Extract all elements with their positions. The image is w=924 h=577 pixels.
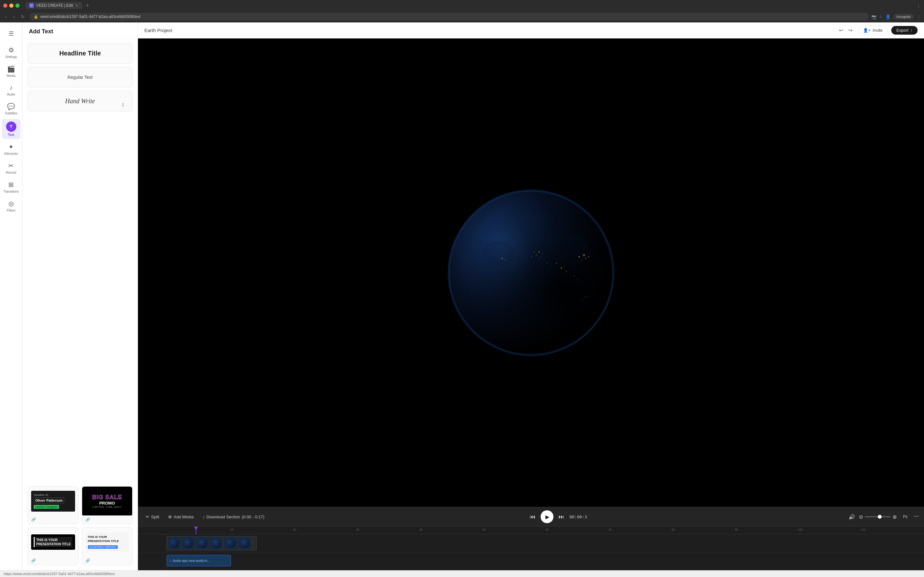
record-icon: ✂ (8, 162, 14, 169)
zoom-slider[interactable] (865, 516, 891, 517)
download-section-button[interactable]: ↓ Download Section (0:00 - 0:17) (200, 513, 267, 521)
back-button[interactable]: ‹ (3, 13, 9, 20)
sidebar-item-elements[interactable]: ✦ Elements (2, 140, 21, 158)
add-media-icon: ⊕ (168, 514, 172, 519)
handwrite-card[interactable]: Hand Write ↕ (27, 91, 132, 111)
earth-thumbnail-4 (212, 538, 221, 548)
audio-clip-label: Audio epic-new-world-m... (173, 559, 210, 562)
skip-forward-button[interactable]: ⏭ (557, 512, 565, 522)
subtitles-icon: 💬 (7, 103, 15, 110)
profile-button[interactable]: 👤 (885, 15, 891, 19)
timeline-controls: ✂ Split ⊕ Add Media ↓ Download Section (… (138, 507, 924, 527)
skip-back-button[interactable]: ⏮ (528, 512, 537, 522)
earth-thumbnail-1 (170, 538, 179, 548)
redo-button[interactable]: ↪ (846, 26, 855, 35)
incognito-button[interactable]: Incognito (893, 14, 914, 19)
sidebar-item-media[interactable]: 🎬 Media (2, 63, 21, 80)
invite-button[interactable]: 👤+ Invite (858, 26, 887, 35)
reload-button[interactable]: ↻ (19, 13, 27, 20)
cursor-icon: ↕ (121, 101, 124, 108)
ruler-mark-90: 90 (735, 528, 738, 531)
extension-button[interactable]: 📷 (871, 15, 877, 19)
icon-sidebar: ☰ ⚙ Settings 🎬 Media ♪ Audio 💬 Subtitles… (0, 23, 23, 570)
split-icon: ✂ (145, 514, 150, 519)
ruler-mark-50: 50 (482, 528, 485, 531)
address-bar[interactable]: 🔒 veed.io/edit/abcb1297-5a01-4d77-b2aa-a… (29, 13, 869, 21)
browser-menu-button[interactable]: ⋮ (917, 3, 921, 8)
export-icon: ↑ (911, 28, 913, 33)
audio-note-icon: ♪ (170, 559, 172, 562)
sidebar-item-audio[interactable]: ♪ Audio (2, 81, 21, 99)
bookmark-button[interactable]: ☆ (879, 15, 883, 19)
main-content: Earth Project ↩ ↪ 👤+ Invite Export ↑ (138, 23, 924, 570)
add-text-panel: Add Text Headline Title Regular Text Han… (23, 23, 138, 570)
split-label: Split (151, 514, 159, 519)
thumb-frame-1 (167, 536, 181, 550)
download-icon: ↓ (202, 514, 205, 519)
browser-chrome: V VEED CREATE | Edit ✕ + ⋮ (0, 0, 924, 11)
ruler-mark-80: 80 (672, 528, 675, 531)
add-media-button[interactable]: ⊕ Add Media (166, 513, 196, 521)
sidebar-item-filters[interactable]: ◎ Filters (2, 197, 21, 215)
thumb-frame-6 (238, 536, 252, 550)
earth-scene (138, 39, 924, 507)
audio-clip[interactable]: ♪ Audio epic-new-world-m... (167, 555, 231, 566)
play-button[interactable]: ▶ (541, 510, 553, 523)
presentation1-template-card[interactable]: THIS IS YOUR PRESENTATION TITLE 🔗 (27, 527, 79, 565)
fit-button[interactable]: Fit (901, 513, 910, 520)
sidebar-item-settings[interactable]: ⚙ Settings (2, 44, 21, 61)
browser-tab[interactable]: V VEED CREATE | Edit ✕ (25, 2, 82, 9)
lock-icon: 🔒 (34, 15, 38, 19)
playhead[interactable] (196, 527, 196, 534)
browser-actions: 📷 ☆ 👤 Incognito ⋮ (871, 14, 921, 19)
split-button[interactable]: ✂ Split (143, 513, 162, 521)
volume-button[interactable]: 🔊 (849, 514, 855, 520)
top-bar-actions: ↩ ↪ 👤+ Invite Export ↑ (837, 26, 918, 35)
headline-title-card[interactable]: Headline Title (27, 43, 132, 64)
maximize-window-button[interactable] (15, 3, 19, 8)
elements-icon: ✦ (8, 143, 14, 151)
minimize-window-button[interactable] (9, 3, 13, 8)
project-title: Earth Project (144, 27, 172, 33)
undo-button[interactable]: ↩ (837, 26, 845, 35)
video-clip[interactable] (167, 536, 257, 550)
zoom-out-button[interactable]: ⊖ (859, 514, 863, 520)
speaker-card-preview: Speaker 01 Oliver Patterson Fashion Desi… (31, 491, 75, 512)
browser-settings-button[interactable]: ⋮ (917, 15, 921, 19)
sidebar-item-text[interactable]: T Text (2, 119, 21, 139)
incognito-label: Incognito (897, 15, 911, 19)
ruler-mark-30: 30 (356, 528, 359, 531)
forward-button[interactable]: › (11, 13, 17, 20)
time-display: 00:00:3 (569, 514, 587, 519)
ruler-mark-100: 100 (798, 528, 803, 531)
pres1-preview: THIS IS YOUR PRESENTATION TITLE (31, 534, 75, 550)
sale-template-card[interactable]: BIG SALE PROMO LIMITED TIME ONLY 🔗 (82, 486, 133, 524)
zoom-in-button[interactable]: ⊕ (893, 514, 897, 520)
export-button[interactable]: Export ↑ (891, 26, 918, 35)
ruler-mark-20: 20 (293, 528, 296, 531)
speaker-template-card[interactable]: Speaker 01 Oliver Patterson Fashion Desi… (27, 486, 79, 524)
regular-text-card[interactable]: Regular Text (27, 67, 132, 87)
address-bar-row: ‹ › ↻ 🔒 veed.io/edit/abcb1297-5a01-4d77-… (0, 11, 924, 23)
sidebar-item-record[interactable]: ✂ Record (2, 159, 21, 177)
sidebar-item-subtitles[interactable]: 💬 Subtitles (2, 100, 21, 118)
tab-close-button[interactable]: ✕ (75, 3, 78, 8)
earth-svg (447, 189, 614, 356)
template-link-icon: 🔗 (86, 558, 90, 563)
play-icon: ▶ (545, 514, 549, 520)
earth-container (447, 189, 614, 356)
new-tab-button[interactable]: + (86, 3, 89, 8)
address-url: veed.io/edit/abcb1297-5a01-4d77-b2aa-a83… (40, 15, 140, 19)
earth-thumbnail-6 (240, 538, 250, 548)
hamburger-menu-button[interactable]: ☰ (6, 27, 16, 40)
video-track-row (138, 534, 924, 552)
pres2-preview: THIS IS YOUR PRESENTATION TITLE QUARTERL… (86, 532, 129, 551)
sale-card-preview: BIG SALE PROMO LIMITED TIME ONLY (82, 487, 132, 516)
audio-track-label (138, 552, 167, 570)
app-container: ☰ ⚙ Settings 🎬 Media ♪ Audio 💬 Subtitles… (0, 23, 924, 570)
waveform-button[interactable]: 〰 (914, 514, 919, 520)
presentation2-template-card[interactable]: THIS IS YOUR PRESENTATION TITLE QUARTERL… (82, 527, 133, 565)
sidebar-item-transitions[interactable]: ⊞ Transitions (2, 178, 21, 196)
traffic-lights (3, 3, 19, 8)
close-window-button[interactable] (3, 3, 7, 8)
